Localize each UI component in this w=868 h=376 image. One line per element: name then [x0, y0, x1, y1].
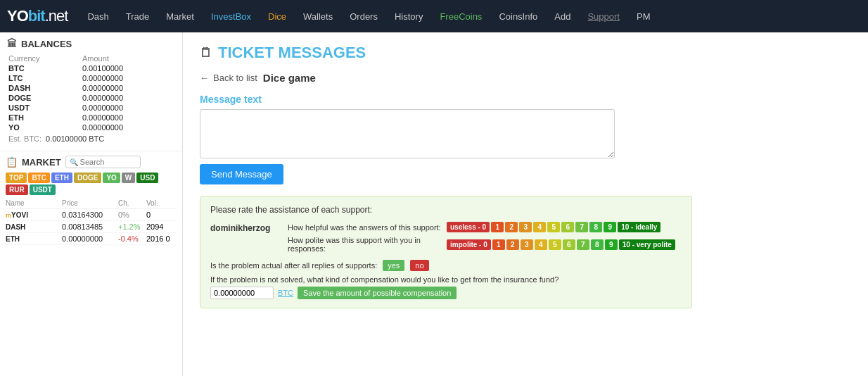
balance-currency: YO [7, 123, 81, 132]
col-amount: Amount [81, 54, 175, 63]
nav-dice[interactable]: Dice [261, 8, 293, 25]
r-p1[interactable]: 1 [492, 239, 505, 250]
tab-usdt[interactable]: USDT [30, 184, 56, 195]
search-box[interactable]: 🔍 [65, 156, 141, 168]
message-label: Message text [200, 94, 851, 105]
balance-row: USDT0.00000000 [7, 103, 175, 113]
send-message-button[interactable]: Send Message [200, 164, 283, 184]
compensation-input-row: BTC Save the amount of possible compensa… [210, 287, 682, 299]
nav-market[interactable]: Market [159, 8, 201, 25]
back-arrow-icon: ← [200, 73, 209, 83]
tab-usd[interactable]: USD [136, 173, 158, 183]
page-title: TICKET MESSAGES [218, 44, 366, 62]
back-label-text: Back to list [213, 73, 257, 83]
balance-row: YO0.00000000 [7, 123, 175, 132]
rating-row-polite: How polite was this support with you in … [288, 236, 675, 253]
compensation-row: If the problem is not solved, what kind … [210, 275, 682, 284]
back-to-list-link[interactable]: ← Back to list [200, 73, 257, 83]
nav-freecoins[interactable]: FreeCoins [433, 8, 489, 25]
r-h2[interactable]: 2 [505, 222, 518, 232]
r-h6[interactable]: 6 [561, 222, 574, 232]
rating-q2: How polite was this support with you in … [288, 236, 442, 253]
r-h3[interactable]: 3 [519, 222, 532, 232]
nav-orders[interactable]: Orders [343, 8, 385, 25]
market-prefix: m [6, 212, 11, 219]
r-h7[interactable]: 7 [575, 222, 588, 232]
r-h5[interactable]: 5 [547, 222, 560, 232]
comp-save-button[interactable]: Save the amount of possible compensation [298, 287, 457, 299]
search-input[interactable] [80, 158, 136, 166]
nav-dash[interactable]: Dash [80, 8, 115, 25]
market-col-name: Name [6, 199, 62, 207]
balances-label: BALANCES [21, 39, 72, 49]
balance-currency: DOGE [7, 93, 81, 103]
r-h10[interactable]: 10 - ideally [618, 222, 660, 232]
r-p6[interactable]: 6 [563, 239, 575, 250]
r-p7[interactable]: 7 [577, 239, 589, 250]
tab-w[interactable]: W [122, 173, 135, 183]
market-row[interactable]: mYOVI 0.03164300 0% 0 [6, 209, 177, 221]
r-p4[interactable]: 4 [535, 239, 547, 250]
rating-btns-polite: impolite - 0 1 2 3 4 5 6 7 8 9 10 - very… [447, 239, 675, 250]
r-p9[interactable]: 9 [605, 239, 618, 250]
breadcrumb-row: ← Back to list Dice game [200, 72, 851, 84]
nav-wallets[interactable]: Wallets [296, 8, 340, 25]
comp-currency-link[interactable]: BTC [278, 289, 293, 297]
rating-btns-helpfulness: useless - 0 1 2 3 4 5 6 7 8 9 10 - ideal… [447, 222, 660, 232]
tab-doge[interactable]: DOGE [74, 173, 101, 183]
balances-title: 🏛 BALANCES [7, 38, 175, 49]
r-h1[interactable]: 1 [491, 222, 504, 232]
message-textarea[interactable] [200, 109, 615, 158]
balance-amount: 0.00000000 [81, 113, 175, 123]
market-col-price: Price [62, 199, 118, 207]
balance-currency: DASH [7, 83, 81, 93]
r-p8[interactable]: 8 [591, 239, 604, 250]
nav-history[interactable]: History [388, 8, 430, 25]
r-h8[interactable]: 8 [589, 222, 602, 232]
nav-investbox[interactable]: InvestBox [204, 8, 258, 25]
compensation-text: If the problem is not solved, what kind … [210, 275, 559, 284]
market-ch: 0% [118, 211, 146, 219]
search-icon: 🔍 [70, 158, 78, 166]
market-tabs: TOP BTC ETH DOGE YO W USD RUR USDT [6, 173, 177, 195]
comp-amount-input[interactable] [210, 287, 274, 299]
tab-top[interactable]: TOP [6, 173, 27, 183]
problem-text: Is the problem actual after all replies … [210, 261, 377, 270]
nav-support[interactable]: Support [580, 8, 627, 25]
logo[interactable]: YObit.net [7, 7, 68, 25]
r-p3[interactable]: 3 [521, 239, 533, 250]
r-p2[interactable]: 2 [506, 239, 519, 250]
balance-amount: 0.00000000 [81, 103, 175, 113]
tab-btc[interactable]: BTC [28, 173, 50, 183]
r-h9[interactable]: 9 [604, 222, 616, 232]
r-p5[interactable]: 5 [549, 239, 561, 250]
market-vol: 0 [146, 211, 174, 219]
no-button[interactable]: no [410, 260, 428, 271]
market-name: DASH [6, 223, 62, 231]
r-useless[interactable]: useless - 0 [447, 222, 490, 232]
market-row[interactable]: DASH 0.00813485 +1.2% 2094 [6, 221, 177, 233]
col-currency: Currency [7, 54, 81, 63]
yes-button[interactable]: yes [383, 260, 404, 271]
logo-bit: bit [28, 7, 45, 25]
rating-intro: Please rate the assistance of each suppo… [210, 205, 682, 215]
rating-user-block: dominikherzog How helpful was the answer… [210, 222, 682, 253]
nav-coinsinfo[interactable]: CoinsInfo [492, 8, 544, 25]
tab-eth[interactable]: ETH [51, 173, 72, 183]
tab-rur[interactable]: RUR [6, 184, 28, 195]
nav-add[interactable]: Add [547, 8, 577, 25]
ticket-icon: 🗒 [200, 46, 212, 61]
problem-row: Is the problem actual after all replies … [210, 260, 682, 271]
tab-yo[interactable]: YO [103, 173, 120, 183]
nav-trade[interactable]: Trade [119, 8, 156, 25]
logo-net: .net [45, 7, 68, 25]
r-impolite[interactable]: impolite - 0 [447, 239, 491, 250]
nav-pm[interactable]: PM [630, 8, 658, 25]
balance-row: LTC0.00000000 [7, 73, 175, 83]
market-row[interactable]: ETH 0.00000000 -0.4% 2016 0 [6, 233, 177, 245]
balance-amount: 0.00000000 [81, 93, 175, 103]
r-p10[interactable]: 10 - very polite [619, 239, 675, 250]
market-ch: -0.4% [118, 234, 146, 243]
market-vol: 2094 [146, 223, 174, 231]
r-h4[interactable]: 4 [533, 222, 546, 232]
